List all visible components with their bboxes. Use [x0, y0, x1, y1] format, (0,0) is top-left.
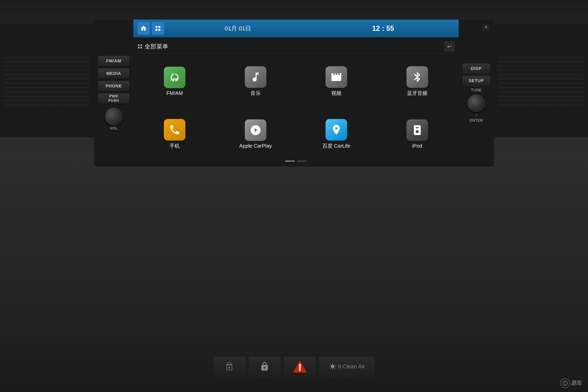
- vent-slat: [498, 86, 584, 88]
- infotainment-unit: FM/AM MEDIA PHONE PWRPUSH VOL: [94, 20, 494, 166]
- video-icon: [326, 66, 347, 88]
- vent-slat: [4, 103, 90, 106]
- home-button[interactable]: [137, 22, 150, 35]
- vent-slat: [4, 90, 90, 92]
- lock-closed-button[interactable]: [249, 357, 280, 376]
- video-label: 视频: [331, 90, 342, 97]
- back-button[interactable]: ↩: [444, 41, 455, 52]
- carlife-icon: [326, 119, 347, 140]
- menu-title: 全部菜单: [137, 42, 168, 50]
- phone-icon: [164, 119, 186, 140]
- hazard-button[interactable]: [284, 357, 316, 376]
- app-fmam[interactable]: FM/AM: [137, 57, 212, 106]
- vent-slat: [4, 60, 90, 62]
- vent-slat: [498, 68, 584, 71]
- vent-slat: [498, 98, 584, 101]
- indicator-dot: [475, 114, 478, 116]
- vent-slat: [4, 64, 90, 67]
- app-phone[interactable]: 手机: [137, 110, 212, 158]
- vent-slat: [4, 94, 90, 97]
- page-dots: [137, 158, 455, 164]
- vent-slat: [498, 55, 584, 58]
- bottom-panel: 0 Clean Air: [0, 324, 588, 392]
- app-video[interactable]: 视频: [299, 57, 374, 106]
- dashboard: FM/AM MEDIA PHONE PWRPUSH VOL: [0, 0, 588, 392]
- menu-header: 全部菜单 ↩: [137, 39, 455, 54]
- page-dot-2[interactable]: [297, 160, 307, 162]
- vent-slat: [4, 68, 90, 71]
- music-label: 音乐: [250, 90, 261, 97]
- vent-slat: [498, 72, 584, 75]
- app-carlife[interactable]: 百度 CarLife: [299, 110, 374, 158]
- watermark: 易车: [560, 378, 582, 388]
- volume-knob[interactable]: [105, 108, 122, 125]
- volume-control: VOL: [105, 108, 122, 130]
- app-ipod[interactable]: iPod: [380, 110, 455, 158]
- fmam-label: FM/AM: [166, 90, 183, 96]
- vent-left: [0, 24, 94, 137]
- watermark-text: 易车: [571, 380, 582, 387]
- vent-slat: [4, 77, 90, 80]
- app-carplay[interactable]: Apple CarPlay: [218, 110, 293, 158]
- vol-label: VOL: [110, 126, 118, 130]
- vent-slat: [498, 103, 584, 106]
- status-bar: 01月 01日 12 : 55: [133, 20, 459, 37]
- setup-button[interactable]: SETUP: [462, 76, 490, 86]
- watermark-logo: [560, 378, 570, 388]
- lock-open-button[interactable]: [214, 357, 245, 376]
- ipod-icon: [406, 119, 428, 141]
- clean-air-label: 0 Clean Air: [338, 364, 365, 370]
- media-button[interactable]: MEDIA: [98, 68, 129, 78]
- page-dot-1[interactable]: [285, 160, 295, 162]
- vent-slat: [498, 60, 584, 62]
- vent-slat: [498, 81, 584, 84]
- bluetooth-icon: [406, 66, 428, 88]
- vent-slat: [498, 94, 584, 97]
- left-control-panel: FM/AM MEDIA PHONE PWRPUSH VOL: [94, 20, 133, 166]
- all-menu-label: 全部菜单: [145, 42, 168, 50]
- vent-slat: [4, 72, 90, 75]
- carlife-label: 百度 CarLife: [322, 142, 350, 149]
- disp-button[interactable]: DISP: [462, 64, 490, 74]
- menu-area: 全部菜单 ↩ FM/AM: [133, 37, 459, 166]
- vent-slat: [498, 77, 584, 80]
- bottom-controls: 0 Clean Air: [214, 357, 374, 376]
- vent-slat: [4, 81, 90, 84]
- app-grid: FM/AM 音乐: [137, 57, 455, 158]
- date-display: 01月 01日: [166, 24, 310, 32]
- phone-button[interactable]: PHONE: [98, 81, 129, 91]
- carplay-icon: [245, 119, 266, 141]
- vent-right: [494, 24, 588, 137]
- ipod-label: iPod: [412, 143, 422, 149]
- right-control-panel: DISP SETUP TUNE ENTER: [459, 20, 494, 166]
- music-icon: [245, 66, 266, 88]
- screen: 01月 01日 12 : 55 全部菜单 ↩: [133, 20, 459, 166]
- enter-label: ENTER: [470, 118, 483, 123]
- vent-slat: [4, 98, 90, 101]
- tune-label: TUNE: [471, 88, 482, 92]
- vent-slat: [498, 64, 584, 67]
- clean-air-icon: [329, 363, 336, 370]
- vent-slat: [498, 90, 584, 92]
- mic-button[interactable]: [482, 24, 490, 31]
- grid-menu-icon: [137, 44, 143, 49]
- pwr-push-button[interactable]: PWRPUSH: [98, 94, 129, 104]
- time-display: 12 : 55: [312, 24, 455, 32]
- app-bluetooth[interactable]: 蓝牙音频: [380, 57, 455, 106]
- vent-slat: [4, 55, 90, 58]
- app-music[interactable]: 音乐: [218, 57, 293, 106]
- fmam-icon: [164, 67, 186, 88]
- bluetooth-label: 蓝牙音频: [407, 90, 428, 97]
- clean-air-button[interactable]: 0 Clean Air: [320, 357, 374, 376]
- fmam-button[interactable]: FM/AM: [98, 56, 129, 66]
- tune-knob[interactable]: [468, 94, 485, 112]
- phone-label: 手机: [170, 142, 180, 149]
- grid-button[interactable]: [152, 22, 164, 35]
- vent-slat: [4, 86, 90, 88]
- carplay-label: Apple CarPlay: [239, 143, 272, 149]
